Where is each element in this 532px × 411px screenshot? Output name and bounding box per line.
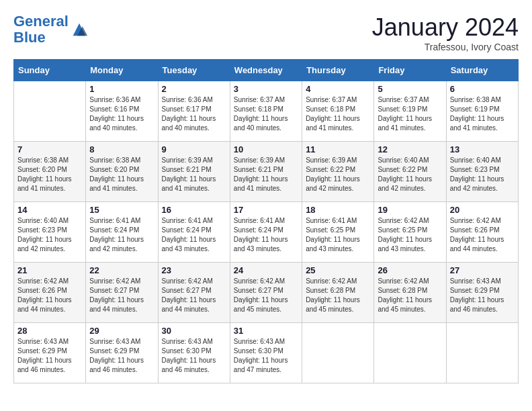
location-subtitle: Trafessou, Ivory Coast bbox=[372, 42, 519, 52]
calendar-cell: 7Sunrise: 6:38 AMSunset: 6:20 PMDaylight… bbox=[14, 142, 86, 202]
day-info: Sunrise: 6:38 AMSunset: 6:20 PMDaylight:… bbox=[89, 156, 154, 193]
page-header: GeneralBlue January 2024 Trafessou, Ivor… bbox=[13, 13, 519, 52]
day-number: 6 bbox=[450, 84, 515, 94]
day-number: 15 bbox=[89, 205, 154, 215]
calendar-cell: 15Sunrise: 6:41 AMSunset: 6:24 PMDayligh… bbox=[86, 202, 158, 263]
calendar-cell: 20Sunrise: 6:42 AMSunset: 6:26 PMDayligh… bbox=[446, 202, 518, 263]
calendar-cell: 21Sunrise: 6:42 AMSunset: 6:26 PMDayligh… bbox=[14, 263, 86, 323]
day-number: 14 bbox=[17, 205, 82, 215]
day-number: 22 bbox=[89, 265, 154, 275]
calendar-cell: 26Sunrise: 6:42 AMSunset: 6:28 PMDayligh… bbox=[374, 263, 446, 323]
day-number: 30 bbox=[162, 326, 226, 336]
month-title: January 2024 bbox=[372, 13, 519, 42]
day-info: Sunrise: 6:43 AMSunset: 6:30 PMDaylight:… bbox=[234, 337, 298, 375]
calendar-cell: 30Sunrise: 6:43 AMSunset: 6:30 PMDayligh… bbox=[158, 323, 230, 383]
calendar-week-1: 1Sunrise: 6:36 AMSunset: 6:16 PMDaylight… bbox=[14, 81, 519, 142]
calendar-cell: 19Sunrise: 6:42 AMSunset: 6:25 PMDayligh… bbox=[374, 202, 446, 263]
column-header-monday: Monday bbox=[86, 60, 158, 81]
calendar-week-2: 7Sunrise: 6:38 AMSunset: 6:20 PMDaylight… bbox=[14, 142, 519, 202]
day-info: Sunrise: 6:39 AMSunset: 6:22 PMDaylight:… bbox=[306, 156, 370, 193]
calendar-cell: 9Sunrise: 6:39 AMSunset: 6:21 PMDaylight… bbox=[158, 142, 230, 202]
day-info: Sunrise: 6:43 AMSunset: 6:29 PMDaylight:… bbox=[17, 337, 82, 375]
day-number: 28 bbox=[17, 326, 82, 336]
day-number: 27 bbox=[450, 265, 515, 275]
day-info: Sunrise: 6:42 AMSunset: 6:28 PMDaylight:… bbox=[306, 277, 370, 314]
day-info: Sunrise: 6:39 AMSunset: 6:21 PMDaylight:… bbox=[162, 156, 226, 193]
calendar-cell: 31Sunrise: 6:43 AMSunset: 6:30 PMDayligh… bbox=[230, 323, 302, 383]
calendar-table: SundayMondayTuesdayWednesdayThursdayFrid… bbox=[13, 59, 519, 383]
calendar-cell: 5Sunrise: 6:37 AMSunset: 6:19 PMDaylight… bbox=[374, 81, 446, 142]
calendar-cell: 23Sunrise: 6:42 AMSunset: 6:27 PMDayligh… bbox=[158, 263, 230, 323]
day-number: 8 bbox=[89, 144, 154, 154]
column-header-tuesday: Tuesday bbox=[158, 60, 230, 81]
day-number: 13 bbox=[450, 144, 515, 154]
logo-icon bbox=[70, 20, 89, 39]
calendar-week-4: 21Sunrise: 6:42 AMSunset: 6:26 PMDayligh… bbox=[14, 263, 519, 323]
day-number: 20 bbox=[450, 205, 515, 215]
day-info: Sunrise: 6:40 AMSunset: 6:22 PMDaylight:… bbox=[378, 156, 442, 193]
column-header-saturday: Saturday bbox=[446, 60, 518, 81]
day-number: 12 bbox=[378, 144, 442, 154]
day-number: 2 bbox=[162, 84, 226, 94]
column-header-wednesday: Wednesday bbox=[230, 60, 302, 81]
calendar-cell: 18Sunrise: 6:41 AMSunset: 6:25 PMDayligh… bbox=[302, 202, 374, 263]
day-info: Sunrise: 6:41 AMSunset: 6:24 PMDaylight:… bbox=[162, 216, 226, 254]
day-number: 23 bbox=[162, 265, 226, 275]
calendar-cell: 14Sunrise: 6:40 AMSunset: 6:23 PMDayligh… bbox=[14, 202, 86, 263]
day-number: 7 bbox=[17, 144, 82, 154]
day-info: Sunrise: 6:43 AMSunset: 6:29 PMDaylight:… bbox=[89, 337, 154, 375]
day-info: Sunrise: 6:43 AMSunset: 6:30 PMDaylight:… bbox=[162, 337, 226, 375]
day-info: Sunrise: 6:40 AMSunset: 6:23 PMDaylight:… bbox=[17, 216, 82, 254]
calendar-cell: 10Sunrise: 6:39 AMSunset: 6:21 PMDayligh… bbox=[230, 142, 302, 202]
calendar-cell: 29Sunrise: 6:43 AMSunset: 6:29 PMDayligh… bbox=[86, 323, 158, 383]
calendar-cell: 28Sunrise: 6:43 AMSunset: 6:29 PMDayligh… bbox=[14, 323, 86, 383]
day-info: Sunrise: 6:43 AMSunset: 6:29 PMDaylight:… bbox=[450, 277, 515, 314]
day-number: 4 bbox=[306, 84, 370, 94]
day-number: 17 bbox=[234, 205, 298, 215]
day-info: Sunrise: 6:38 AMSunset: 6:19 PMDaylight:… bbox=[450, 95, 515, 133]
day-number: 25 bbox=[306, 265, 370, 275]
day-info: Sunrise: 6:42 AMSunset: 6:28 PMDaylight:… bbox=[378, 277, 442, 314]
calendar-cell: 4Sunrise: 6:37 AMSunset: 6:18 PMDaylight… bbox=[302, 81, 374, 142]
column-header-thursday: Thursday bbox=[302, 60, 374, 81]
day-info: Sunrise: 6:37 AMSunset: 6:19 PMDaylight:… bbox=[378, 95, 442, 133]
column-header-friday: Friday bbox=[374, 60, 446, 81]
day-number: 10 bbox=[234, 144, 298, 154]
day-info: Sunrise: 6:42 AMSunset: 6:25 PMDaylight:… bbox=[378, 216, 442, 254]
calendar-week-5: 28Sunrise: 6:43 AMSunset: 6:29 PMDayligh… bbox=[14, 323, 519, 383]
title-area: January 2024 Trafessou, Ivory Coast bbox=[372, 13, 519, 52]
calendar-cell bbox=[302, 323, 374, 383]
calendar-cell bbox=[446, 323, 518, 383]
day-number: 29 bbox=[89, 326, 154, 336]
day-number: 21 bbox=[17, 265, 82, 275]
calendar-cell bbox=[14, 81, 86, 142]
day-info: Sunrise: 6:37 AMSunset: 6:18 PMDaylight:… bbox=[234, 95, 298, 133]
day-number: 5 bbox=[378, 84, 442, 94]
day-number: 16 bbox=[162, 205, 226, 215]
logo-text: GeneralBlue bbox=[13, 13, 69, 46]
day-info: Sunrise: 6:42 AMSunset: 6:26 PMDaylight:… bbox=[17, 277, 82, 314]
day-number: 31 bbox=[234, 326, 298, 336]
day-info: Sunrise: 6:42 AMSunset: 6:27 PMDaylight:… bbox=[89, 277, 154, 314]
calendar-cell: 1Sunrise: 6:36 AMSunset: 6:16 PMDaylight… bbox=[86, 81, 158, 142]
calendar-cell: 16Sunrise: 6:41 AMSunset: 6:24 PMDayligh… bbox=[158, 202, 230, 263]
logo: GeneralBlue bbox=[13, 13, 89, 46]
calendar-cell: 27Sunrise: 6:43 AMSunset: 6:29 PMDayligh… bbox=[446, 263, 518, 323]
day-number: 1 bbox=[89, 84, 154, 94]
day-number: 9 bbox=[162, 144, 226, 154]
day-info: Sunrise: 6:42 AMSunset: 6:27 PMDaylight:… bbox=[234, 277, 298, 314]
day-info: Sunrise: 6:36 AMSunset: 6:17 PMDaylight:… bbox=[162, 95, 226, 133]
day-info: Sunrise: 6:36 AMSunset: 6:16 PMDaylight:… bbox=[89, 95, 154, 133]
column-header-sunday: Sunday bbox=[14, 60, 86, 81]
calendar-cell: 12Sunrise: 6:40 AMSunset: 6:22 PMDayligh… bbox=[374, 142, 446, 202]
day-info: Sunrise: 6:38 AMSunset: 6:20 PMDaylight:… bbox=[17, 156, 82, 193]
day-number: 26 bbox=[378, 265, 442, 275]
day-number: 3 bbox=[234, 84, 298, 94]
calendar-cell: 8Sunrise: 6:38 AMSunset: 6:20 PMDaylight… bbox=[86, 142, 158, 202]
calendar-cell: 6Sunrise: 6:38 AMSunset: 6:19 PMDaylight… bbox=[446, 81, 518, 142]
calendar-cell: 24Sunrise: 6:42 AMSunset: 6:27 PMDayligh… bbox=[230, 263, 302, 323]
calendar-cell: 3Sunrise: 6:37 AMSunset: 6:18 PMDaylight… bbox=[230, 81, 302, 142]
day-info: Sunrise: 6:42 AMSunset: 6:26 PMDaylight:… bbox=[450, 216, 515, 254]
day-number: 24 bbox=[234, 265, 298, 275]
day-number: 19 bbox=[378, 205, 442, 215]
